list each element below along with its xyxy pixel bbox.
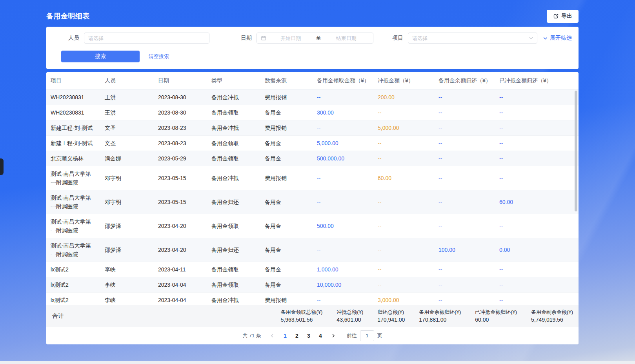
cell-offset-return: -- — [495, 151, 579, 166]
cell-withdraw-amount: 500,000.00 — [313, 151, 373, 166]
table-row[interactable]: WH20230831 王洪 2023-08-30 备用金冲抵 费用报销 -- 2… — [46, 90, 579, 105]
cell-person: 文圣 — [100, 136, 154, 151]
cell-withdraw-amount: 1,000.00 — [313, 262, 373, 277]
table-row[interactable]: 测试-南昌大学第一附属医院 邵梦泽 2023-04-20 备用金归还 备用金 -… — [46, 238, 579, 262]
cell-balance-return: -- — [434, 151, 495, 166]
column-header: 已冲抵金额归还（¥） — [495, 72, 579, 90]
cell-person: 王洪 — [100, 105, 154, 120]
page-number-button[interactable]: 2 — [291, 330, 303, 341]
date-filter-label: 日期 — [227, 35, 252, 42]
summary-item-value: 170,881.00 — [419, 316, 461, 323]
page-number-button[interactable]: 1 — [279, 330, 291, 341]
date-range-separator: 至 — [315, 35, 322, 42]
table-row[interactable]: 北京顺义杨林 满金娜 2023-05-29 备用金领取 备用金 500,000.… — [46, 151, 579, 166]
page-number-button[interactable]: 3 — [303, 330, 315, 341]
cell-type: 备用金领取 — [207, 105, 260, 120]
summary-item-value: 5,963,501.56 — [280, 316, 322, 323]
expand-filters-link[interactable]: 展开筛选 — [543, 35, 572, 42]
cell-person: 李峡 — [100, 277, 154, 293]
page-number-button[interactable]: 4 — [315, 330, 326, 341]
table-scroll-area[interactable]: WH20230831 王洪 2023-08-30 备用金冲抵 费用报销 -- 2… — [46, 90, 579, 305]
cell-withdraw-amount: -- — [313, 238, 373, 262]
summary-item-label: 已冲抵金额归还(¥) — [475, 309, 517, 316]
table-header: 项目人员日期类型数据来源备用金领取金额（¥）冲抵金额（¥）备用金余额归还（¥）已… — [46, 72, 579, 90]
person-select[interactable] — [84, 33, 209, 44]
table-body: WH20230831 王洪 2023-08-30 备用金冲抵 费用报销 -- 2… — [46, 90, 579, 305]
table-row[interactable]: 新建工程-刘-测试 文圣 2023-08-23 备用金冲抵 费用报销 -- 5,… — [46, 120, 579, 136]
summary-item-value: 170,941.00 — [377, 316, 405, 323]
cell-offset-amount: -- — [373, 136, 434, 151]
cell-offset-return: -- — [495, 105, 579, 120]
summary-item-label: 备用金领取总额(¥) — [280, 309, 322, 316]
cell-offset-amount: -- — [373, 214, 434, 238]
cell-offset-return: -- — [495, 90, 579, 105]
search-button[interactable]: 搜索 — [61, 51, 140, 62]
cell-balance-return: -- — [434, 293, 495, 305]
filter-row: 人员 日期 至 项目 — [54, 33, 573, 44]
table-row[interactable]: lx测试2 李峡 2023-04-11 备用金领取 备用金 1,000.00 -… — [46, 262, 579, 277]
export-button-label: 导出 — [561, 13, 572, 20]
cell-withdraw-amount: 5,000.00 — [313, 136, 373, 151]
summary-item-label: 备用金剩余金额(¥) — [531, 309, 573, 316]
cell-project: 测试-南昌大学第一附属医院 — [46, 238, 100, 262]
cell-project: 北京顺义杨林 — [46, 151, 100, 166]
cell-date: 2023-04-11 — [154, 262, 207, 277]
summary-item: 归还总额(¥) 170,941.00 — [377, 309, 405, 323]
cell-offset-amount: 200.00 — [373, 90, 434, 105]
column-header: 类型 — [207, 72, 260, 90]
table-row[interactable]: WH20230831 王洪 2023-08-30 备用金领取 备用金 300.0… — [46, 105, 579, 120]
person-select-input[interactable] — [84, 33, 209, 43]
cell-balance-return: -- — [434, 90, 495, 105]
bottom-edge-strip — [0, 361, 635, 364]
table-row[interactable]: 测试-南昌大学第一附属医院 邓宇明 2023-05-15 备用金归还 备用金 -… — [46, 190, 579, 214]
cell-type: 备用金冲抵 — [207, 166, 260, 190]
export-icon — [553, 13, 559, 19]
prev-page-button[interactable] — [267, 333, 277, 338]
cell-offset-amount: -- — [373, 238, 434, 262]
side-drawer-handle[interactable] — [0, 158, 4, 175]
table-row[interactable]: lx测试2 李峡 2023-04-04 备用金领取 备用金 10,000.00 … — [46, 277, 579, 293]
person-filter-label: 人员 — [54, 35, 79, 42]
cell-person: 邓宇明 — [100, 166, 154, 190]
table-row[interactable]: 测试-南昌大学第一附属医院 邓宇明 2023-05-15 备用金冲抵 费用报销 … — [46, 166, 579, 190]
start-date-input[interactable] — [267, 33, 315, 43]
end-date-input[interactable] — [323, 33, 370, 43]
cell-project: lx测试2 — [46, 277, 100, 293]
cell-project: 测试-南昌大学第一附属医院 — [46, 190, 100, 214]
cell-balance-return: -- — [434, 262, 495, 277]
summary-items: 备用金领取总额(¥) 5,963,501.56 冲抵总额(¥) 43,601.0… — [280, 309, 573, 323]
cell-offset-return: -- — [495, 136, 579, 151]
table-row[interactable]: 新建工程-刘-测试 文圣 2023-08-23 备用金领取 备用金 5,000.… — [46, 136, 579, 151]
project-select[interactable] — [408, 33, 537, 44]
project-select-input[interactable] — [408, 33, 529, 43]
cell-offset-amount: -- — [373, 277, 434, 293]
table-row[interactable]: lx测试2 李峡 2023-04-04 备用金冲抵 费用报销 -- 3,000.… — [46, 293, 579, 305]
scrollbar-thumb[interactable] — [575, 91, 577, 211]
cell-withdraw-amount: 10,000.00 — [313, 277, 373, 293]
table-row[interactable]: 测试-南昌大学第一附属医院 邵梦泽 2023-04-20 备用金领取 备用金 5… — [46, 214, 579, 238]
cell-date: 2023-08-30 — [154, 105, 207, 120]
goto-page-input[interactable] — [360, 330, 374, 341]
cell-type: 备用金领取 — [207, 262, 260, 277]
cell-source: 备用金 — [260, 105, 313, 120]
cell-person: 李峡 — [100, 293, 154, 305]
summary-item-value: 60.00 — [475, 316, 517, 323]
cell-offset-amount: 3,000.00 — [373, 293, 434, 305]
cell-type: 备用金领取 — [207, 151, 260, 166]
summary-item: 备用金剩余金额(¥) 5,749,019.56 — [531, 309, 573, 323]
cell-date: 2023-05-15 — [154, 166, 207, 190]
clear-search-link[interactable]: 清空搜索 — [149, 53, 169, 60]
cell-date: 2023-05-15 — [154, 190, 207, 214]
cell-balance-return: -- — [434, 136, 495, 151]
cell-balance-return: -- — [434, 214, 495, 238]
cell-date: 2023-08-30 — [154, 90, 207, 105]
chevron-down-icon — [529, 36, 533, 40]
export-button[interactable]: 导出 — [547, 10, 579, 23]
cell-offset-return: -- — [495, 293, 579, 305]
cell-person: 邵梦泽 — [100, 214, 154, 238]
next-page-button[interactable] — [329, 333, 338, 338]
column-header: 备用金余额归还（¥） — [434, 72, 495, 90]
summary-item-label: 冲抵总额(¥) — [337, 309, 363, 316]
date-range-picker[interactable]: 至 — [257, 33, 373, 44]
cell-balance-return: 100.00 — [434, 238, 495, 262]
